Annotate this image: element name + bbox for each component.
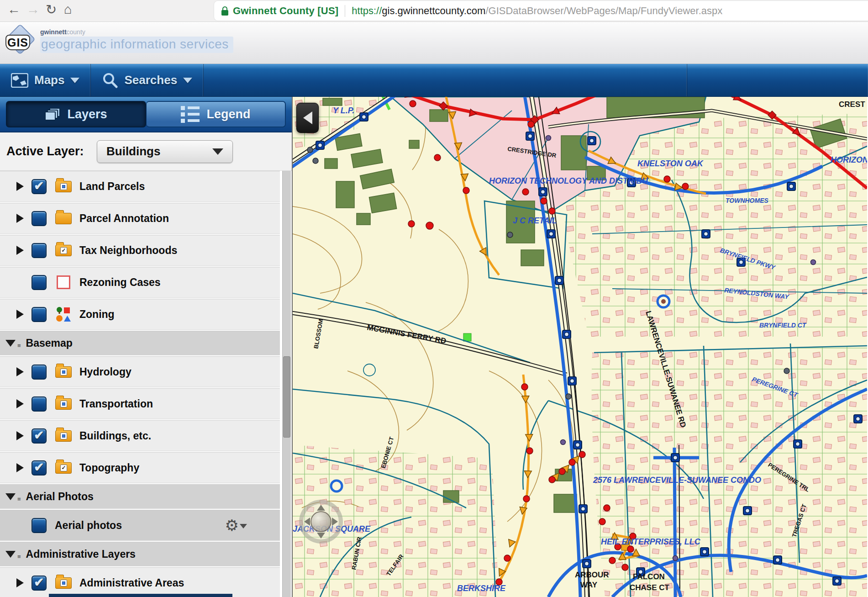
section-header-basemap[interactable]: ≡Basemap	[0, 331, 280, 355]
rezoning-symbol-icon	[55, 275, 72, 289]
expand-arrow-icon[interactable]	[16, 399, 24, 408]
scrollbar-thumb[interactable]	[283, 356, 290, 438]
searches-label: Searches	[124, 73, 177, 87]
layer-row-buildings-etc[interactable]: Buildings, etc.	[0, 420, 280, 451]
pan-west-icon[interactable]	[304, 518, 310, 526]
back-icon[interactable]: ←	[7, 2, 21, 17]
layer-row-aerial-photos[interactable]: Aerial photos⚙	[0, 510, 280, 541]
map-pan-compass[interactable]	[299, 500, 343, 544]
layer-row-tax-neighborhoods[interactable]: ✓Tax Neighborhoods	[0, 235, 280, 266]
layer-row-rezoning-cases[interactable]: Rezoning Cases	[0, 267, 280, 298]
map-label: CHASE CT	[630, 583, 670, 592]
layer-label: Topography	[79, 462, 139, 474]
layer-label: Buildings, etc.	[79, 430, 151, 442]
section-header-aerial-photos[interactable]: ≡Aerial Photos	[0, 484, 280, 509]
search-icon	[102, 72, 118, 89]
expand-arrow-icon[interactable]	[16, 431, 24, 440]
folder-plain-icon	[55, 213, 72, 224]
site-identity-badge[interactable]: Gwinnett County [US]	[233, 5, 338, 17]
folder-check-icon: ✓	[55, 462, 72, 474]
layer-label: Land Parcels	[79, 180, 145, 193]
map-label: HORIZON TEC	[831, 155, 867, 164]
gear-icon: ⚙	[225, 518, 239, 533]
section-header-administrative-layers[interactable]: ≡Administrative Layers	[0, 542, 280, 566]
folder-dot-icon	[55, 430, 72, 442]
navbar-right-section	[687, 64, 868, 96]
collapse-triangle-icon[interactable]	[5, 551, 16, 558]
layer-row-transportation[interactable]: Transportation	[0, 388, 280, 419]
pan-globe-icon[interactable]	[310, 511, 331, 532]
map-label: Y L.P.	[333, 106, 354, 115]
layer-label: Administrative Areas	[79, 577, 184, 589]
layer-row-land-parcels[interactable]: Land Parcels	[0, 171, 280, 202]
pan-south-icon[interactable]	[317, 533, 325, 539]
pan-north-icon[interactable]	[317, 505, 325, 511]
zoning-shapes-icon	[55, 306, 72, 322]
expand-arrow-icon[interactable]	[16, 182, 24, 191]
expand-arrow-icon[interactable]	[16, 578, 24, 587]
tab-layers-label: Layers	[67, 107, 107, 122]
maps-label: Maps	[34, 73, 64, 87]
expand-arrow-icon[interactable]	[16, 367, 24, 376]
expand-arrow-icon[interactable]	[16, 463, 24, 472]
tab-legend[interactable]: Legend	[146, 101, 286, 127]
chevron-down-icon	[183, 78, 192, 83]
layer-list: Land ParcelsParcel Annotation✓Tax Neighb…	[0, 171, 292, 597]
layer-label: Zoning	[79, 308, 115, 321]
collapse-triangle-icon[interactable]	[5, 493, 16, 500]
expand-arrow-icon[interactable]	[16, 214, 24, 223]
chevron-down-icon	[212, 148, 223, 155]
layer-label: Parcel Annotation	[79, 212, 169, 225]
checkbox-zoning[interactable]	[32, 307, 47, 322]
checkbox-land-parcels[interactable]	[32, 179, 47, 194]
active-layer-select[interactable]: Buildings	[97, 140, 233, 163]
map-label: BERKSHIRE	[457, 584, 506, 593]
chevron-down-icon	[240, 524, 247, 528]
checkbox-administrative-areas[interactable]	[32, 576, 47, 591]
map-label: ARBOUR	[575, 571, 609, 579]
checkbox-transportation[interactable]	[32, 396, 47, 412]
checkbox-buildings-etc[interactable]	[32, 428, 47, 444]
folder-dot-icon	[55, 181, 72, 192]
checkbox-parcel-annotation[interactable]	[32, 211, 47, 226]
section-label: Administrative Layers	[26, 548, 136, 560]
map-label: J C RETAIL	[513, 216, 557, 225]
layer-row-parcel-annotation[interactable]: Parcel Annotation	[0, 203, 280, 234]
sidebar-collapse-button[interactable]	[296, 103, 319, 133]
map-canvas[interactable]: Y L.P. CREST CRESTRIDGE DR KNELSTON OAK …	[293, 97, 867, 597]
checkbox-tax-neighborhoods[interactable]	[32, 243, 47, 258]
panel-tabbar: Layers Legend	[0, 97, 292, 132]
map-icon	[11, 73, 28, 88]
forward-icon[interactable]: →	[26, 2, 40, 17]
pan-east-icon[interactable]	[332, 518, 338, 526]
checkbox-hydrology[interactable]	[32, 365, 47, 380]
map-label: HEIL ENTERPRISES, LLC	[601, 537, 701, 546]
reload-icon[interactable]: ↻	[46, 2, 57, 17]
tab-layers[interactable]: Layers	[6, 101, 146, 127]
layer-label: Tax Neighborhoods	[79, 244, 177, 257]
checkbox-rezoning-cases[interactable]	[32, 275, 47, 290]
maps-menu[interactable]: Maps	[0, 64, 91, 96]
searches-menu[interactable]: Searches	[91, 64, 204, 96]
bottom-panel-edge	[49, 594, 232, 597]
brand-text: gwinnettcounty geographic information se…	[40, 28, 233, 53]
layer-row-hydrology[interactable]: Hydrology	[0, 356, 280, 387]
collapse-left-icon	[303, 111, 312, 124]
expand-arrow-icon[interactable]	[16, 246, 24, 255]
address-bar[interactable]: Gwinnett County [US] https://gis.gwinnet…	[214, 0, 868, 21]
checkbox-topography[interactable]	[32, 460, 47, 475]
divider	[345, 5, 345, 17]
layer-label: Rezoning Cases	[79, 276, 161, 289]
sidebar-scrollbar[interactable]	[282, 171, 291, 597]
layer-row-zoning[interactable]: Zoning	[0, 299, 280, 330]
map-label: FALCON	[633, 572, 665, 581]
checkbox-aerial-photos[interactable]	[32, 518, 47, 533]
section-lines-icon: ≡	[17, 496, 21, 502]
layer-options-gear[interactable]: ⚙	[225, 518, 247, 533]
layer-row-topography[interactable]: ✓Topography	[0, 452, 280, 483]
collapse-triangle-icon[interactable]	[5, 340, 16, 347]
home-icon[interactable]: ⌂	[64, 2, 72, 17]
section-lines-icon: ≡	[17, 342, 21, 349]
layer-row-administrative-areas[interactable]: Administrative Areas	[0, 567, 280, 597]
expand-arrow-icon[interactable]	[16, 310, 24, 319]
